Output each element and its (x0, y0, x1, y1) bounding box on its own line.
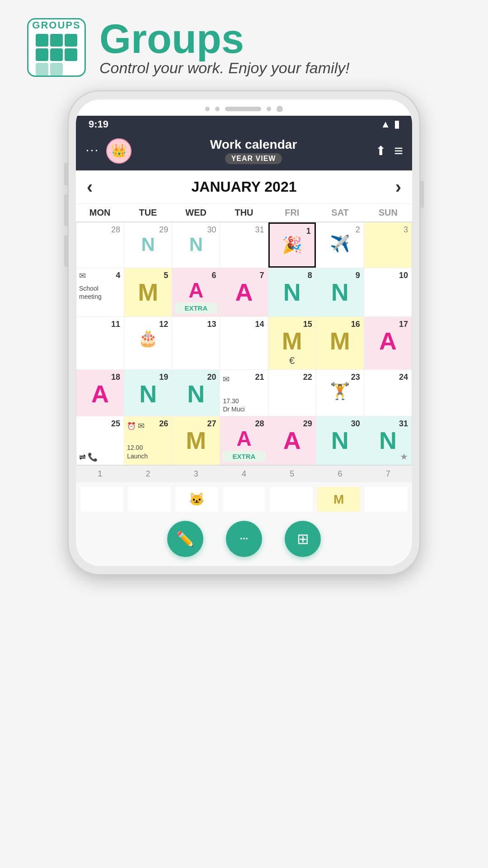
day-header-sat: SAT (316, 204, 364, 222)
calendar-day-3jan[interactable]: 3 (364, 222, 412, 268)
calendar-day-7jan[interactable]: 7 A (220, 268, 267, 316)
calendar-day-4jan[interactable]: 4 ✉ Schoolmeeting (76, 268, 124, 316)
shift-label: N (271, 280, 313, 304)
calendar-day-14jan[interactable]: 14 (220, 317, 267, 369)
euro-symbol: € (271, 355, 313, 367)
date-number: 6 (211, 271, 216, 280)
calendar-day-26jan[interactable]: 26 ⏰ ✉ 12.00Launch (124, 416, 172, 465)
battery-icon: ▮ (394, 118, 399, 130)
date-number: 10 (399, 271, 408, 280)
front-camera (277, 106, 283, 112)
calendar-day-15jan[interactable]: 15 M € (268, 317, 316, 369)
calendar-day-10jan[interactable]: 10 (364, 268, 412, 316)
week-num: 3 (172, 466, 220, 482)
event-label: 12.00Launch (127, 443, 169, 460)
code-button[interactable]: ··· (226, 521, 262, 557)
logo-cell (65, 34, 77, 47)
calendar-day-5jan[interactable]: 5 M (124, 268, 172, 316)
status-icons: ▲ ▮ (380, 118, 399, 130)
calendar-day-28dec[interactable]: 28 (76, 222, 124, 268)
peek-cell: 🐱 (175, 487, 218, 512)
calendar-day-9jan[interactable]: 9 N (316, 268, 364, 316)
calendar-day-29jan[interactable]: 29 A (268, 416, 316, 465)
calendar-day-23jan[interactable]: 23 🏋️ (316, 370, 364, 416)
date-number: 23 (351, 373, 360, 382)
calendar-day-21jan[interactable]: 21 ✉ 17.30Dr Muci (220, 370, 267, 416)
calendar-day-20jan[interactable]: 20 N (172, 370, 220, 416)
date-number: 28 (111, 225, 120, 235)
header-icons: ⬆ ≡ (375, 142, 403, 160)
calendar-day-31dec[interactable]: 31 (220, 222, 267, 268)
menu-icon[interactable]: ≡ (394, 142, 403, 160)
date-number: 30 (207, 225, 216, 235)
date-number: 9 (356, 271, 360, 280)
phone-screen: 9:19 ▲ ▮ ⋮ 👑 Work calendar YEAR VIEW ⬆ ≡ (76, 99, 412, 566)
grid-button[interactable]: ⊞ (285, 521, 321, 557)
header-center: Work calendar YEAR VIEW (138, 137, 369, 164)
date-number: 1 (306, 226, 311, 236)
shift-label: A (271, 428, 313, 453)
date-number: 7 (260, 271, 264, 280)
calendar-day-24jan[interactable]: 24 (364, 370, 412, 416)
week-num: 6 (316, 466, 364, 482)
star-icon: ★ (400, 451, 408, 462)
status-bar: 9:19 ▲ ▮ (76, 116, 412, 133)
calendar-day-16jan[interactable]: 16 M (316, 317, 364, 369)
dots-menu-icon[interactable]: ⋮ (85, 144, 100, 158)
calendar-day-2jan[interactable]: 2 ✈️ (316, 222, 364, 268)
bottom-icons-row: ⇌ 📞 (79, 452, 98, 462)
calendar-day-11jan[interactable]: 11 (76, 317, 124, 369)
calendar-day-31jan[interactable]: 31 N ★ (364, 416, 412, 465)
calendar-day-18jan[interactable]: 18 A (76, 370, 124, 416)
shift-label: N (319, 428, 361, 453)
shift-label: N (367, 428, 409, 453)
calendar-day-12jan[interactable]: 12 🎂 (124, 317, 172, 369)
share-icon[interactable]: ⬆ (375, 143, 386, 158)
calendar-day-30dec[interactable]: 30 N (172, 222, 220, 268)
calendar-day-8jan[interactable]: 8 N (268, 268, 316, 316)
app-logo: GROUPS (27, 18, 86, 77)
day-headers-row: MON TUE WED THU FRI SAT SUN (76, 204, 412, 222)
date-number: 24 (399, 373, 408, 382)
volume-up-button (64, 163, 68, 185)
calendar-day-19jan[interactable]: 19 N (124, 370, 172, 416)
date-number: 28 (255, 419, 264, 429)
date-number: 16 (351, 320, 360, 329)
branding-text: Groups Control your work. Enjoy your fam… (99, 19, 461, 77)
date-number: 4 (116, 271, 120, 280)
day-header-wed: WED (172, 204, 220, 222)
next-week-peek: 🐱 M (80, 487, 408, 512)
date-number: 19 (159, 373, 168, 382)
calendar-day-17jan[interactable]: 17 A (364, 317, 412, 369)
mail-icon: ✉ (79, 271, 86, 281)
prev-month-button[interactable]: ‹ (87, 177, 93, 197)
calendar-day-22jan[interactable]: 22 (268, 370, 316, 416)
shift-label: A (223, 428, 265, 449)
calendar-day-25jan[interactable]: 25 ⇌ 📞 (76, 416, 124, 465)
avatar[interactable]: 👑 (106, 138, 131, 164)
calendar-day-29dec[interactable]: 29 N (124, 222, 172, 268)
calendar-day-1jan[interactable]: 1 🎉 (268, 222, 316, 268)
day-header-mon: MON (76, 204, 124, 222)
volume-down-button (64, 194, 68, 226)
next-month-button[interactable]: › (395, 177, 401, 197)
calendar-day-28jan[interactable]: 28 A EXTRA (220, 416, 267, 465)
calendar-day-30jan[interactable]: 30 N (316, 416, 364, 465)
calendar-day-27jan[interactable]: 27 M (172, 416, 220, 465)
year-view-badge[interactable]: YEAR VIEW (225, 153, 282, 164)
edit-button[interactable]: ✏️ (167, 521, 203, 557)
date-number: 22 (303, 373, 312, 382)
airplane-emoji: ✈️ (319, 234, 361, 253)
peek-cell (128, 487, 171, 512)
phone-icon: 📞 (88, 452, 98, 462)
calendar-day-6jan[interactable]: 6 A EXTRA (172, 268, 220, 316)
status-time: 9:19 (89, 118, 108, 130)
calendar-day-13jan[interactable]: 13 (172, 317, 220, 369)
date-number: 8 (308, 271, 312, 280)
date-number: 3 (404, 225, 408, 235)
week-numbers-row: 1 2 3 4 5 6 7 (76, 465, 412, 482)
birthday-emoji: 🎂 (127, 329, 169, 348)
day-header-fri: FRI (268, 204, 316, 222)
date-number: 31 (255, 225, 264, 235)
logo-grid (36, 34, 77, 75)
